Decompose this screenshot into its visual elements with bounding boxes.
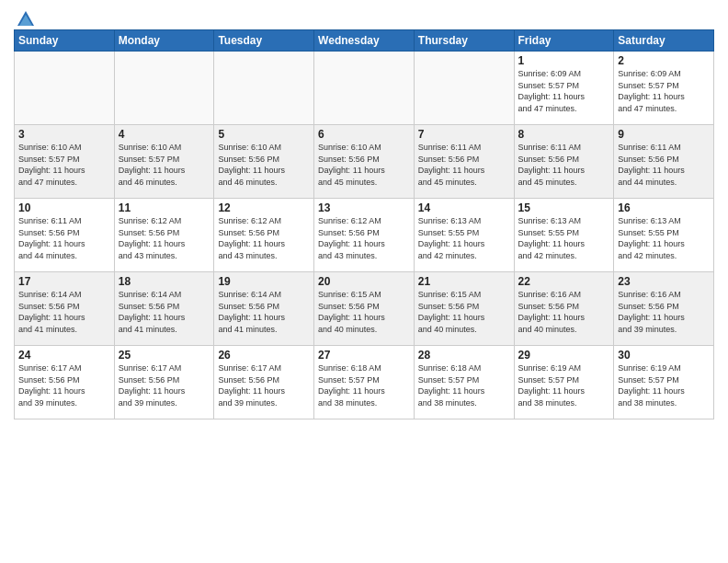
calendar-cell: 24Sunrise: 6:17 AM Sunset: 5:56 PM Dayli… [15, 346, 115, 419]
day-info: Sunrise: 6:12 AM Sunset: 5:56 PM Dayligh… [318, 215, 410, 261]
calendar-cell: 7Sunrise: 6:11 AM Sunset: 5:56 PM Daylig… [414, 125, 514, 199]
calendar-cell: 11Sunrise: 6:12 AM Sunset: 5:56 PM Dayli… [114, 199, 214, 272]
calendar-cell: 9Sunrise: 6:11 AM Sunset: 5:56 PM Daylig… [614, 125, 714, 199]
day-number: 4 [119, 128, 210, 141]
day-info: Sunrise: 6:13 AM Sunset: 5:55 PM Dayligh… [618, 215, 710, 261]
weekday-header-wednesday: Wednesday [314, 30, 415, 52]
calendar-cell: 22Sunrise: 6:16 AM Sunset: 5:56 PM Dayli… [514, 272, 614, 346]
day-info: Sunrise: 6:14 AM Sunset: 5:56 PM Dayligh… [18, 289, 110, 335]
day-info: Sunrise: 6:19 AM Sunset: 5:57 PM Dayligh… [518, 362, 610, 408]
calendar-table: SundayMondayTuesdayWednesdayThursdayFrid… [14, 29, 714, 419]
day-number: 9 [618, 128, 710, 141]
day-number: 7 [418, 128, 510, 141]
weekday-header-thursday: Thursday [414, 30, 514, 52]
weekday-header-friday: Friday [514, 30, 614, 52]
calendar-cell: 29Sunrise: 6:19 AM Sunset: 5:57 PM Dayli… [514, 346, 614, 419]
day-number: 8 [518, 128, 610, 141]
day-number: 23 [618, 275, 710, 288]
calendar-week-row: 24Sunrise: 6:17 AM Sunset: 5:56 PM Dayli… [15, 346, 714, 419]
day-info: Sunrise: 6:17 AM Sunset: 5:56 PM Dayligh… [18, 362, 110, 408]
calendar-cell: 2Sunrise: 6:09 AM Sunset: 5:57 PM Daylig… [614, 52, 714, 125]
day-number: 14 [418, 201, 510, 214]
day-number: 18 [119, 275, 210, 288]
calendar-week-row: 17Sunrise: 6:14 AM Sunset: 5:56 PM Dayli… [15, 272, 714, 346]
day-info: Sunrise: 6:11 AM Sunset: 5:56 PM Dayligh… [18, 215, 110, 261]
logo-wrap [14, 9, 36, 28]
day-info: Sunrise: 6:11 AM Sunset: 5:56 PM Dayligh… [618, 142, 710, 188]
page: SundayMondayTuesdayWednesdayThursdayFrid… [0, 0, 728, 563]
day-number: 17 [18, 275, 110, 288]
day-number: 19 [218, 275, 310, 288]
day-number: 22 [518, 275, 610, 288]
calendar-cell: 6Sunrise: 6:10 AM Sunset: 5:56 PM Daylig… [314, 125, 415, 199]
logo-area [14, 9, 36, 24]
calendar-cell: 13Sunrise: 6:12 AM Sunset: 5:56 PM Dayli… [314, 199, 415, 272]
calendar-cell: 15Sunrise: 6:13 AM Sunset: 5:55 PM Dayli… [514, 199, 614, 272]
calendar-cell: 26Sunrise: 6:17 AM Sunset: 5:56 PM Dayli… [214, 346, 314, 419]
weekday-header-monday: Monday [114, 30, 214, 52]
calendar-cell: 27Sunrise: 6:18 AM Sunset: 5:57 PM Dayli… [314, 346, 415, 419]
calendar-week-row: 1Sunrise: 6:09 AM Sunset: 5:57 PM Daylig… [15, 52, 714, 125]
day-info: Sunrise: 6:18 AM Sunset: 5:57 PM Dayligh… [318, 362, 410, 408]
day-number: 11 [119, 201, 210, 214]
day-info: Sunrise: 6:14 AM Sunset: 5:56 PM Dayligh… [119, 289, 210, 335]
day-number: 29 [518, 349, 610, 362]
day-number: 3 [18, 128, 110, 141]
calendar-cell: 12Sunrise: 6:12 AM Sunset: 5:56 PM Dayli… [214, 199, 314, 272]
day-info: Sunrise: 6:13 AM Sunset: 5:55 PM Dayligh… [518, 215, 610, 261]
day-number: 15 [518, 201, 610, 214]
calendar-cell: 3Sunrise: 6:10 AM Sunset: 5:57 PM Daylig… [15, 125, 115, 199]
day-info: Sunrise: 6:16 AM Sunset: 5:56 PM Dayligh… [618, 289, 710, 335]
day-number: 6 [318, 128, 410, 141]
calendar-cell: 25Sunrise: 6:17 AM Sunset: 5:56 PM Dayli… [114, 346, 214, 419]
day-number: 25 [119, 349, 210, 362]
day-number: 16 [618, 201, 710, 214]
header [14, 9, 714, 24]
day-number: 28 [418, 349, 510, 362]
day-number: 27 [318, 349, 410, 362]
day-info: Sunrise: 6:17 AM Sunset: 5:56 PM Dayligh… [218, 362, 310, 408]
calendar-cell: 1Sunrise: 6:09 AM Sunset: 5:57 PM Daylig… [514, 52, 614, 125]
day-info: Sunrise: 6:14 AM Sunset: 5:56 PM Dayligh… [218, 289, 310, 335]
calendar-header-row: SundayMondayTuesdayWednesdayThursdayFrid… [15, 30, 714, 52]
day-info: Sunrise: 6:12 AM Sunset: 5:56 PM Dayligh… [218, 215, 310, 261]
day-info: Sunrise: 6:10 AM Sunset: 5:57 PM Dayligh… [119, 142, 210, 188]
calendar-cell: 5Sunrise: 6:10 AM Sunset: 5:56 PM Daylig… [214, 125, 314, 199]
calendar-cell: 18Sunrise: 6:14 AM Sunset: 5:56 PM Dayli… [114, 272, 214, 346]
weekday-header-saturday: Saturday [614, 30, 714, 52]
day-info: Sunrise: 6:15 AM Sunset: 5:56 PM Dayligh… [418, 289, 510, 335]
calendar-cell: 30Sunrise: 6:19 AM Sunset: 5:57 PM Dayli… [614, 346, 714, 419]
calendar-week-row: 3Sunrise: 6:10 AM Sunset: 5:57 PM Daylig… [15, 125, 714, 199]
day-info: Sunrise: 6:13 AM Sunset: 5:55 PM Dayligh… [418, 215, 510, 261]
calendar-cell [114, 52, 214, 125]
calendar-cell: 17Sunrise: 6:14 AM Sunset: 5:56 PM Dayli… [15, 272, 115, 346]
day-number: 20 [318, 275, 410, 288]
calendar-cell: 14Sunrise: 6:13 AM Sunset: 5:55 PM Dayli… [414, 199, 514, 272]
day-number: 12 [218, 201, 310, 214]
day-number: 1 [518, 54, 610, 67]
day-info: Sunrise: 6:11 AM Sunset: 5:56 PM Dayligh… [418, 142, 510, 188]
day-info: Sunrise: 6:12 AM Sunset: 5:56 PM Dayligh… [119, 215, 210, 261]
calendar-cell: 4Sunrise: 6:10 AM Sunset: 5:57 PM Daylig… [114, 125, 214, 199]
calendar-cell: 20Sunrise: 6:15 AM Sunset: 5:56 PM Dayli… [314, 272, 415, 346]
calendar-cell [314, 52, 415, 125]
calendar-cell: 23Sunrise: 6:16 AM Sunset: 5:56 PM Dayli… [614, 272, 714, 346]
day-number: 24 [18, 349, 110, 362]
day-number: 21 [418, 275, 510, 288]
calendar-cell: 8Sunrise: 6:11 AM Sunset: 5:56 PM Daylig… [514, 125, 614, 199]
day-info: Sunrise: 6:10 AM Sunset: 5:57 PM Dayligh… [18, 142, 110, 188]
day-info: Sunrise: 6:09 AM Sunset: 5:57 PM Dayligh… [518, 68, 610, 114]
day-info: Sunrise: 6:11 AM Sunset: 5:56 PM Dayligh… [518, 142, 610, 188]
day-number: 26 [218, 349, 310, 362]
day-info: Sunrise: 6:10 AM Sunset: 5:56 PM Dayligh… [218, 142, 310, 188]
day-number: 30 [618, 349, 710, 362]
day-number: 10 [18, 201, 110, 214]
logo-icon [16, 9, 36, 28]
calendar-cell [15, 52, 115, 125]
calendar-cell [214, 52, 314, 125]
calendar-cell: 21Sunrise: 6:15 AM Sunset: 5:56 PM Dayli… [414, 272, 514, 346]
day-info: Sunrise: 6:19 AM Sunset: 5:57 PM Dayligh… [618, 362, 710, 408]
day-number: 2 [618, 54, 710, 67]
calendar-cell: 16Sunrise: 6:13 AM Sunset: 5:55 PM Dayli… [614, 199, 714, 272]
day-info: Sunrise: 6:18 AM Sunset: 5:57 PM Dayligh… [418, 362, 510, 408]
